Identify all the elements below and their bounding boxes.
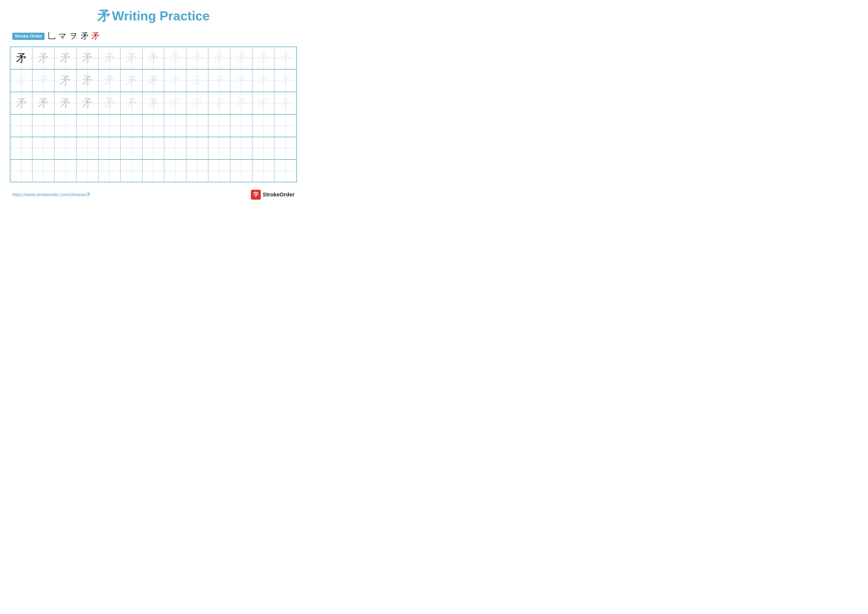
cell-character: 矛 (281, 98, 291, 108)
writing-grid: 矛矛矛矛矛矛矛矛矛矛矛矛矛矛矛矛矛矛矛矛矛矛矛矛矛矛矛矛矛矛矛矛矛矛矛矛矛矛矛 (10, 47, 297, 182)
grid-cell[interactable] (230, 115, 253, 137)
title-area: 矛Writing Practice (10, 8, 297, 25)
grid-cell[interactable]: 矛 (274, 92, 296, 114)
cell-character: 矛 (258, 75, 268, 86)
cell-character: 矛 (148, 75, 158, 86)
cell-character: 矛 (60, 75, 71, 86)
grid-cell[interactable]: 矛 (253, 92, 274, 114)
grid-cell[interactable]: 矛 (208, 70, 230, 92)
grid-cell[interactable]: 矛 (274, 47, 296, 69)
grid-cell[interactable] (253, 160, 274, 182)
grid-cell[interactable]: 矛 (164, 92, 186, 114)
grid-cell[interactable] (253, 137, 274, 159)
grid-cell[interactable] (33, 115, 54, 137)
grid-cell[interactable] (76, 115, 98, 137)
grid-cell[interactable]: 矛 (143, 47, 164, 69)
grid-cell[interactable] (98, 115, 121, 137)
grid-cell[interactable]: 矛 (76, 92, 98, 114)
grid-cell[interactable] (98, 137, 121, 159)
grid-cell[interactable]: 矛 (76, 47, 98, 69)
grid-cell[interactable]: 矛 (274, 70, 296, 92)
grid-cell[interactable] (230, 137, 253, 159)
grid-cell[interactable]: 矛 (230, 47, 253, 69)
grid-cell[interactable]: 矛 (33, 70, 54, 92)
cell-character: 矛 (104, 53, 115, 63)
cell-character: 矛 (148, 53, 158, 63)
grid-cell[interactable] (143, 137, 164, 159)
cell-character: 矛 (258, 53, 268, 63)
grid-cell[interactable]: 矛 (208, 47, 230, 69)
cell-character: 矛 (16, 75, 26, 86)
grid-cell[interactable]: 矛 (143, 92, 164, 114)
grid-cell[interactable] (253, 115, 274, 137)
grid-cell[interactable] (54, 115, 76, 137)
grid-cell[interactable]: 矛 (98, 47, 121, 69)
grid-cell[interactable]: 矛 (98, 92, 121, 114)
grid-cell[interactable]: 矛 (164, 70, 186, 92)
grid-cell[interactable] (230, 160, 253, 182)
grid-cell[interactable]: 矛 (33, 47, 54, 69)
grid-cell[interactable] (186, 115, 208, 137)
grid-cell[interactable] (10, 137, 33, 159)
grid-cell[interactable]: 矛 (186, 92, 208, 114)
stroke-step-3: ヲ (70, 31, 78, 42)
cell-character: 矛 (236, 98, 246, 108)
cell-character: 矛 (126, 53, 136, 63)
grid-cell[interactable]: 矛 (76, 70, 98, 92)
grid-cell[interactable] (121, 115, 143, 137)
grid-cell[interactable]: 矛 (253, 70, 274, 92)
grid-cell[interactable]: 矛 (10, 92, 33, 114)
brand-icon: 字 (251, 190, 261, 200)
grid-row-2: 矛矛矛矛矛矛矛矛矛矛矛矛矛 (10, 92, 296, 115)
grid-row-0: 矛矛矛矛矛矛矛矛矛矛矛矛矛 (10, 47, 296, 70)
grid-cell[interactable] (208, 115, 230, 137)
grid-cell[interactable]: 矛 (164, 47, 186, 69)
grid-cell[interactable]: 矛 (54, 70, 76, 92)
grid-cell[interactable]: 矛 (121, 70, 143, 92)
grid-cell[interactable] (54, 160, 76, 182)
grid-cell[interactable]: 矛 (143, 70, 164, 92)
grid-cell[interactable] (274, 137, 296, 159)
cell-character: 矛 (281, 53, 291, 63)
grid-cell[interactable]: 矛 (208, 92, 230, 114)
grid-cell[interactable] (33, 160, 54, 182)
grid-cell[interactable] (274, 115, 296, 137)
cell-character: 矛 (148, 98, 158, 108)
footer-brand: 字 StrokeOrder (251, 190, 294, 200)
grid-cell[interactable]: 矛 (10, 70, 33, 92)
grid-cell[interactable] (143, 115, 164, 137)
grid-cell[interactable] (76, 137, 98, 159)
grid-cell[interactable] (186, 160, 208, 182)
grid-cell[interactable] (98, 160, 121, 182)
grid-cell[interactable]: 矛 (186, 47, 208, 69)
grid-cell[interactable] (143, 160, 164, 182)
grid-cell[interactable] (164, 137, 186, 159)
grid-cell[interactable] (121, 137, 143, 159)
grid-cell[interactable] (208, 160, 230, 182)
grid-cell[interactable]: 矛 (121, 92, 143, 114)
grid-cell[interactable]: 矛 (186, 70, 208, 92)
grid-cell[interactable] (164, 115, 186, 137)
cell-character: 矛 (126, 98, 136, 108)
grid-cell[interactable]: 矛 (54, 92, 76, 114)
grid-cell[interactable]: 矛 (54, 47, 76, 69)
grid-cell[interactable] (121, 160, 143, 182)
grid-cell[interactable] (164, 160, 186, 182)
grid-cell[interactable]: 矛 (121, 47, 143, 69)
grid-cell[interactable] (186, 137, 208, 159)
grid-cell[interactable]: 矛 (230, 70, 253, 92)
grid-cell[interactable]: 矛 (33, 92, 54, 114)
cell-character: 矛 (170, 98, 180, 108)
grid-cell[interactable]: 矛 (98, 70, 121, 92)
grid-cell[interactable] (10, 115, 33, 137)
grid-cell[interactable] (76, 160, 98, 182)
grid-cell[interactable]: 矛 (10, 47, 33, 69)
grid-cell[interactable] (54, 137, 76, 159)
grid-cell[interactable] (33, 137, 54, 159)
grid-cell[interactable] (10, 160, 33, 182)
grid-cell[interactable] (274, 160, 296, 182)
grid-cell[interactable]: 矛 (230, 92, 253, 114)
grid-cell[interactable] (208, 137, 230, 159)
grid-cell[interactable]: 矛 (253, 47, 274, 69)
cell-character: 矛 (38, 75, 48, 86)
